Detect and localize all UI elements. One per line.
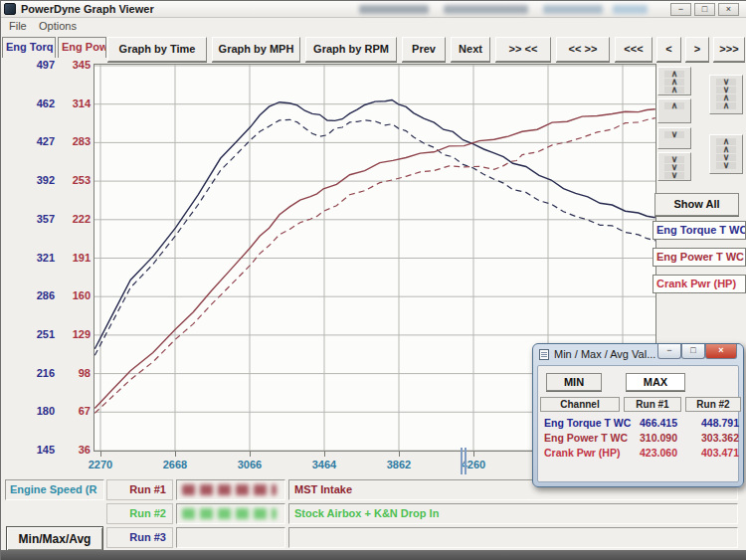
dialog-column-header: Run #2 (685, 397, 741, 412)
power-tick-label: 345 (57, 59, 91, 71)
chevron-glyph: ∨ (664, 131, 684, 138)
graph-by-mph-button[interactable]: Graph by MPH (212, 37, 300, 62)
engine-speed-channel-box[interactable]: Engine Speed (R (5, 479, 104, 500)
scale-up-fast-button[interactable]: ∧∧∧ (657, 67, 691, 95)
rpm-tick-label: 3464 (301, 459, 347, 470)
dialog-run2-value: 303.362 (685, 432, 739, 444)
power-tick-label: 283 (57, 135, 91, 147)
dialog-run1-value: 310.090 (624, 432, 677, 444)
window-title: PowerDyne Graph Viewer (21, 3, 154, 15)
torque-tick-label: 251 (17, 328, 55, 340)
titlebar-redacted-text (444, 5, 528, 14)
rpm-tick-label: 2270 (78, 459, 123, 470)
run-name-field-2[interactable] (176, 503, 285, 524)
power-tick-label: 129 (57, 328, 91, 340)
zoom-in-horizontal-button[interactable]: >> << (495, 37, 551, 62)
min-toggle-button[interactable]: MIN (546, 373, 602, 391)
torque-tick-label: 145 (17, 444, 55, 456)
dialog-channel-name: Eng Torque T WC (544, 417, 631, 429)
run-name-field-3[interactable] (176, 527, 285, 548)
titlebar-redacted-text (359, 5, 429, 14)
torque-tick-label: 427 (17, 135, 55, 147)
next-button[interactable]: Next (451, 37, 490, 62)
titlebar-redacted-text (543, 5, 603, 14)
rpm-tick-label: 3066 (227, 459, 273, 470)
compress-vertical-button[interactable]: ∨∨∧∧ (709, 75, 743, 114)
power-tick-label: 36 (57, 444, 91, 456)
menu-options[interactable]: Options (39, 20, 77, 32)
dialog-icon (539, 349, 549, 360)
dialog-run2-value: 403.471 (685, 447, 739, 459)
dialog-run1-value: 466.415 (624, 417, 677, 429)
legend-channel-3[interactable]: Crank Pwr (HP) (653, 275, 746, 293)
torque-tick-label: 392 (17, 174, 55, 186)
torque-tick-label: 497 (17, 59, 55, 71)
power-tick-label: 191 (57, 252, 91, 264)
power-tick-label: 253 (57, 174, 91, 186)
minimize-button[interactable]: − (670, 3, 691, 16)
torque-axis-header: Eng Torq (2, 37, 56, 58)
run-comment-field-2[interactable]: Stock Airbox + K&N Drop In (288, 503, 738, 524)
title-bar: PowerDyne Graph Viewer − □ × (1, 1, 746, 18)
scroll-left-fast-button[interactable]: <<< (615, 37, 653, 62)
dialog-close-button[interactable]: × (705, 344, 737, 359)
legend-channel-2[interactable]: Eng Power T WC (653, 248, 746, 267)
run-label-1: Run #1 (106, 479, 173, 500)
restore-button[interactable]: □ (694, 3, 715, 16)
x-tick (473, 452, 474, 457)
scale-up-button[interactable]: ∧ (657, 98, 691, 123)
dialog-column-header: Run #1 (624, 397, 681, 412)
menu-bar: File Options (1, 19, 746, 34)
dialog-channel-name: Crank Pwr (HP) (544, 447, 620, 459)
prev-button[interactable]: Prev (402, 37, 446, 62)
zoom-out-horizontal-button[interactable]: << >> (556, 37, 610, 62)
x-tick (100, 452, 101, 457)
x-tick (175, 452, 176, 457)
run-comment-field-3[interactable] (288, 527, 738, 548)
run-name-redacted (182, 484, 277, 495)
torque-tick-label: 286 (17, 289, 55, 301)
torque-tick-label: 216 (17, 367, 55, 379)
rpm-tick-label: 3862 (376, 459, 422, 470)
legend-channel-1[interactable]: Eng Torque T WC (653, 221, 746, 240)
min-max-avg-button[interactable]: Min/Max/Avg (6, 526, 103, 551)
graph-by-time-button[interactable]: Graph by Time (107, 37, 207, 62)
expand-vertical-button[interactable]: ∧∧∨∨ (709, 134, 743, 174)
x-tick (250, 452, 251, 457)
scale-down-button[interactable]: ∨ (657, 127, 691, 149)
run-label-3: Run #3 (106, 527, 173, 548)
dialog-restore-button[interactable]: □ (681, 344, 705, 359)
torque-tick-label: 462 (17, 97, 55, 109)
graph-by-rpm-button[interactable]: Graph by RPM (305, 37, 397, 62)
x-tick (324, 452, 325, 457)
dialog-minimize-button[interactable]: − (657, 344, 681, 359)
powerdyne-window: PowerDyne Graph Viewer − □ × File Option… (0, 0, 746, 560)
run-label-2: Run #2 (106, 503, 173, 524)
scroll-right-fast-button[interactable]: >>> (713, 37, 745, 62)
power-tick-label: 67 (57, 405, 91, 417)
graph-cursor[interactable] (461, 448, 467, 474)
scroll-left-button[interactable]: < (656, 37, 681, 62)
scale-down-fast-button[interactable]: ∨∨∨ (657, 152, 691, 181)
taskbar-edge (1, 550, 746, 560)
dialog-column-header: Channel (540, 397, 620, 412)
show-all-button[interactable]: Show All (654, 193, 739, 216)
close-button[interactable]: × (718, 3, 739, 16)
dialog-run1-value: 423.060 (624, 447, 677, 459)
max-toggle-button[interactable]: MAX (626, 373, 685, 391)
run-name-field-1[interactable] (176, 479, 285, 500)
dialog-body: MIN MAX ChannelRun #1Run #2Eng Torque T … (537, 365, 739, 482)
chevron-glyph: ∧ (664, 102, 684, 109)
power-axis-header: Eng Pow (58, 37, 106, 58)
menu-file[interactable]: File (9, 20, 27, 32)
dialog-title: Min / Max / Avg Val... (554, 348, 655, 360)
torque-tick-label: 357 (17, 213, 55, 225)
scroll-right-button[interactable]: > (685, 37, 709, 62)
min-max-avg-dialog: Min / Max / Avg Val... − □ × MIN MAX Cha… (532, 343, 744, 487)
chevron-glyph: ∧ (664, 87, 684, 93)
rpm-tick-label: 4260 (451, 459, 496, 470)
torque-tick-label: 321 (17, 252, 55, 264)
power-tick-label: 314 (57, 97, 91, 109)
run-name-redacted (182, 508, 277, 519)
rpm-tick-label: 2668 (152, 459, 198, 470)
